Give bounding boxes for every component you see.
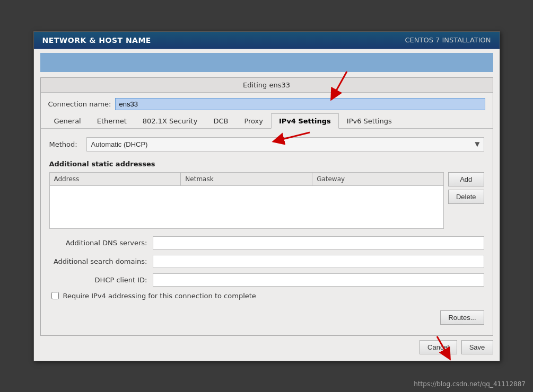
tabs-bar: General Ethernet 802.1X Security DCB Pro… [41, 113, 493, 129]
watermark: https://blog.csdn.net/qq_41112887 [414, 380, 526, 388]
search-row: Additional search domains: [49, 255, 484, 268]
search-label: Additional search domains: [49, 257, 147, 265]
method-select-wrapper: Automatic (DHCP) Manual Link-Local Only … [86, 137, 484, 152]
tab-content: Method: Automatic (DHCP) Manual Link-Loc… [41, 129, 493, 335]
col-netmask: Netmask [181, 173, 312, 185]
search-input[interactable] [153, 255, 484, 268]
ipv4-checkbox[interactable] [51, 292, 59, 299]
address-table-header: Address Netmask Gateway [50, 173, 443, 186]
main-window: NETWORK & HOST NAME CENTOS 7 INSTALLATIO… [33, 31, 500, 361]
dialog: Editing ens33 Connection name: General E… [40, 77, 493, 336]
tab-802x[interactable]: 802.1X Security [135, 113, 206, 129]
add-button[interactable]: Add [448, 172, 484, 186]
address-table-body [50, 186, 443, 228]
method-row: Method: Automatic (DHCP) Manual Link-Loc… [49, 137, 484, 152]
tab-general[interactable]: General [46, 113, 89, 129]
table-buttons: Add Delete [448, 172, 484, 229]
top-bar: NETWORK & HOST NAME CENTOS 7 INSTALLATIO… [34, 32, 500, 49]
col-address: Address [50, 173, 181, 185]
tab-dcb[interactable]: DCB [205, 113, 236, 129]
method-select[interactable]: Automatic (DHCP) Manual Link-Local Only … [86, 137, 484, 152]
checkbox-label: Require IPv4 addressing for this connect… [63, 292, 256, 300]
connection-name-row: Connection name: [41, 93, 493, 113]
dialog-title: Editing ens33 [41, 78, 493, 93]
routes-button[interactable]: Routes... [440, 310, 484, 325]
tab-ipv4[interactable]: IPv4 Settings [271, 113, 339, 129]
tab-ipv6[interactable]: IPv6 Settings [339, 113, 400, 129]
tab-proxy[interactable]: Proxy [236, 113, 271, 129]
col-gateway: Gateway [312, 173, 443, 185]
checkbox-row: Require IPv4 addressing for this connect… [49, 292, 484, 300]
dns-input[interactable] [153, 236, 484, 250]
save-button[interactable]: Save [461, 340, 493, 354]
dhcp-input[interactable] [153, 273, 484, 287]
connection-name-label: Connection name: [48, 100, 111, 108]
dhcp-row: DHCP client ID: [49, 273, 484, 287]
connection-name-input[interactable] [115, 98, 485, 110]
dns-row: Additional DNS servers: [49, 236, 484, 250]
bottom-action-row: Routes... [49, 308, 484, 329]
delete-button[interactable]: Delete [448, 190, 484, 204]
dhcp-label: DHCP client ID: [49, 276, 147, 284]
blue-bar [40, 53, 493, 72]
top-bar-title: NETWORK & HOST NAME [42, 36, 151, 44]
method-label: Method: [49, 140, 81, 148]
tab-ethernet[interactable]: Ethernet [89, 113, 135, 129]
address-table: Address Netmask Gateway [49, 172, 444, 229]
dialog-footer: Cancel Save [34, 336, 500, 361]
address-table-wrapper: Address Netmask Gateway Add Delete [49, 172, 484, 229]
cancel-button[interactable]: Cancel [420, 340, 457, 354]
section-title: Additional static addresses [49, 160, 484, 168]
top-bar-right: CENTOS 7 INSTALLATION [405, 36, 491, 44]
dns-label: Additional DNS servers: [49, 239, 147, 247]
